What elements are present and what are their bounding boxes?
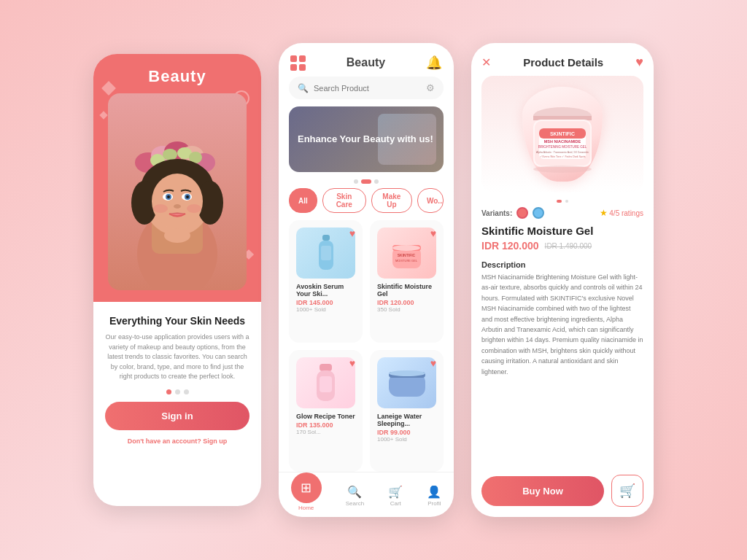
- svg-text:Alpha Arbutin · Tranexamic Aci: Alpha Arbutin · Tranexamic Acid, 5X Cera…: [536, 151, 589, 154]
- nav-home[interactable]: ⊞ Home: [291, 480, 322, 511]
- rating-value: 4/5 ratings: [609, 209, 643, 217]
- svg-point-22: [186, 195, 189, 198]
- phone1-hero: Beauty: [93, 54, 261, 302]
- phone2-app-title: Beauty: [347, 56, 385, 69]
- cart-icon: 🛒: [619, 483, 635, 499]
- product-img-toner: [296, 357, 355, 408]
- nav-profile-label: Profil: [427, 500, 441, 507]
- category-makeup[interactable]: Make Up: [371, 188, 412, 213]
- banner-dot-2: [361, 179, 371, 184]
- product-name-serum: Avoskin Serum Your Ski...: [296, 283, 355, 298]
- search-nav-icon: 🔍: [347, 485, 362, 499]
- heart-icon-sleeping[interactable]: ♥: [430, 357, 436, 369]
- close-icon[interactable]: ✕: [481, 55, 491, 69]
- add-to-cart-button[interactable]: 🛒: [611, 475, 643, 507]
- search-bar[interactable]: 🔍 ⚙: [289, 77, 444, 99]
- svg-point-24: [153, 204, 168, 213]
- product-price-gel: IDR 120.000: [377, 299, 436, 306]
- variant-circles: [516, 207, 544, 219]
- product-card-sleeping[interactable]: ♥ Laneige Water Sleeping... IDR 99.000 1…: [370, 350, 444, 472]
- nav-search[interactable]: 🔍 Search: [346, 485, 364, 507]
- deco-diamond-2: [99, 111, 107, 119]
- phone1-app-title: Beauty: [148, 67, 206, 86]
- serum-bottle-svg: [308, 231, 344, 275]
- dot-1: [166, 389, 171, 394]
- buy-row: Buy Now 🛒: [471, 467, 654, 517]
- search-input[interactable]: [314, 84, 421, 93]
- variants-row: Variants: ★ 4/5 ratings: [471, 207, 654, 225]
- phone1-description: Our easy-to-use application provides use…: [105, 332, 249, 382]
- cream-jar-svg: SKINTIFIC MSH NIACINAMIDE BRIGHTENING MO…: [526, 90, 599, 178]
- product-card-serum[interactable]: ♥ Avoskin Serum Your Ski... IDR 145.000 …: [289, 220, 363, 343]
- svg-rect-27: [322, 235, 330, 241]
- svg-point-23: [174, 204, 181, 209]
- svg-point-10: [163, 149, 177, 160]
- signin-button[interactable]: Sign in: [105, 402, 249, 430]
- product-img-sleeping: [377, 357, 436, 408]
- svg-point-16: [152, 174, 203, 229]
- category-more[interactable]: Wo...: [417, 188, 444, 213]
- grid-menu-icon[interactable]: [290, 55, 306, 71]
- home-icon: ⊞: [301, 480, 311, 496]
- dot-3: [184, 389, 189, 394]
- buy-now-button[interactable]: Buy Now: [481, 476, 604, 506]
- phone-browse: Beauty 🔔 🔍 ⚙ Enhance Your Beauty with us…: [279, 43, 454, 517]
- svg-rect-29: [321, 246, 331, 260]
- product-price-serum: IDR 145.000: [296, 299, 355, 306]
- woman-svg: [108, 93, 247, 290]
- nav-cart[interactable]: 🛒 Cart: [388, 485, 403, 507]
- svg-point-21: [167, 195, 170, 198]
- category-skincare[interactable]: Skin Care: [322, 188, 366, 213]
- product-card-gel[interactable]: ♥ SKINTIFIC MOISTURE GEL Skintific Moist…: [370, 220, 444, 343]
- svg-text:✓ Evens Skin Tone  ✓ Fades Dar: ✓ Evens Skin Tone ✓ Fades Dark Spots: [540, 155, 586, 158]
- svg-text:MOISTURE GEL: MOISTURE GEL: [395, 259, 418, 262]
- product-price-toner: IDR 135.000: [296, 421, 355, 429]
- img-dot-1: [557, 200, 562, 203]
- banner-dot-3: [374, 179, 379, 184]
- product-main-name: Skintific Moisture Gel: [481, 225, 643, 237]
- description-label: Description: [481, 260, 643, 269]
- signup-prompt: Don't have an account? Sign up: [128, 438, 228, 445]
- deco-diamond-1: [101, 81, 116, 96]
- nav-home-label: Home: [298, 505, 314, 511]
- variants-label: Variants:: [481, 209, 512, 217]
- nav-profile[interactable]: 👤 Profil: [427, 485, 441, 507]
- variant-blue[interactable]: [533, 207, 544, 219]
- promo-banner: Enhance Your Beauty with us!: [289, 106, 444, 172]
- product-sold-gel: 350 Sold: [377, 306, 436, 313]
- nav-search-label: Search: [346, 500, 364, 507]
- heart-icon-toner[interactable]: ♥: [349, 357, 355, 369]
- sleeping-mask-svg: [385, 362, 429, 402]
- rating-badge: ★ 4/5 ratings: [600, 208, 643, 218]
- filter-icon[interactable]: ⚙: [426, 82, 435, 93]
- product-price-sleeping: IDR 99.000: [377, 429, 436, 436]
- nav-home-btn[interactable]: ⊞: [291, 472, 322, 503]
- price-row: IDR 120.000 IDR 1.490.000: [481, 240, 643, 252]
- product-sold-toner: 170 Sol...: [296, 429, 355, 435]
- product-card-toner[interactable]: ♥ Glow Recipe Toner IDR 135.000 170 Sol.…: [289, 350, 363, 472]
- heart-icon-gel[interactable]: ♥: [430, 228, 436, 239]
- category-all[interactable]: All: [289, 188, 317, 213]
- phone-onboarding: Beauty: [93, 54, 261, 506]
- signup-link[interactable]: Sign up: [203, 438, 227, 445]
- phone1-bottom-section: Everything Your Skin Needs Our easy-to-u…: [93, 302, 261, 506]
- onboarding-dots: [166, 389, 189, 394]
- variant-red[interactable]: [516, 207, 528, 219]
- img-dot-2: [565, 200, 568, 203]
- svg-text:SKINTIFIC: SKINTIFIC: [398, 253, 416, 257]
- product-name-toner: Glow Recipe Toner: [296, 413, 355, 420]
- phone2-header: Beauty 🔔: [279, 43, 454, 77]
- banner-dots: [279, 179, 454, 184]
- product-title-section: Skintific Moisture Gel IDR 120.000 IDR 1…: [471, 225, 654, 260]
- product-price: IDR 120.000: [481, 240, 539, 252]
- heart-icon-serum[interactable]: ♥: [349, 228, 355, 239]
- svg-point-32: [392, 245, 420, 251]
- banner-text: Enhance Your Beauty with us!: [298, 133, 433, 146]
- products-grid: ♥ Avoskin Serum Your Ski... IDR 145.000 …: [279, 220, 454, 472]
- notification-bell-icon[interactable]: 🔔: [426, 55, 442, 71]
- dot-2: [175, 389, 180, 394]
- svg-rect-37: [320, 376, 332, 392]
- product-main-image: SKINTIFIC MSH NIACINAMIDE BRIGHTENING MO…: [481, 76, 643, 192]
- svg-rect-35: [320, 364, 332, 371]
- favorite-icon[interactable]: ♥: [635, 55, 643, 70]
